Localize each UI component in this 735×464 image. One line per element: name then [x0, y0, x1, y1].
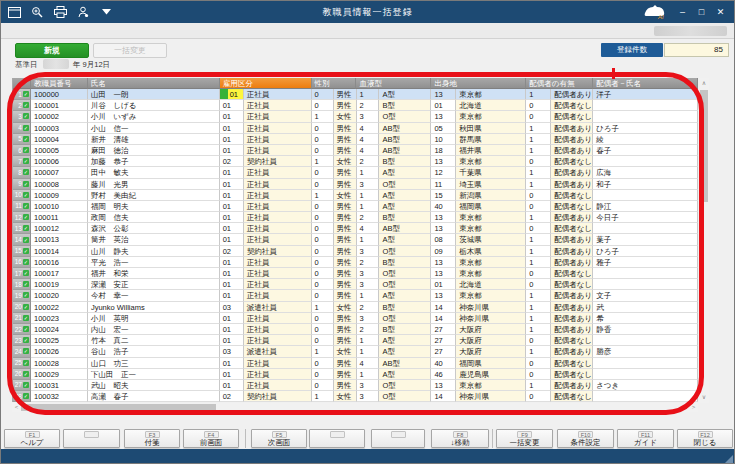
table-row[interactable]: 25✓100028山口 功三01正社員0男性4AB型40福岡県0配偶者なし [13, 358, 698, 369]
new-button[interactable]: 新規 [15, 43, 89, 58]
cell-emp_c[interactable]: 01 [220, 369, 244, 380]
cell-sex[interactable]: 男性 [334, 167, 357, 178]
cell-name[interactable]: 内山 宏一 [88, 324, 220, 335]
cell-emp[interactable]: 正社員 [244, 268, 312, 279]
cell-sp[interactable]: 配偶者なし [551, 279, 593, 290]
cell-blood[interactable]: O型 [379, 279, 431, 290]
cell-birth_c[interactable]: 10 [431, 134, 456, 145]
cell-name[interactable]: 田中 敏夫 [88, 167, 220, 178]
cell-blood_c[interactable]: 3 [357, 380, 380, 391]
cell-sex_c[interactable]: 0 [312, 89, 334, 100]
cell-blood[interactable]: B型 [379, 302, 431, 313]
cell-blood[interactable]: A型 [379, 190, 431, 201]
cell-birth_c[interactable]: 27 [431, 335, 456, 346]
table-row[interactable]: 21✓100023小川 英明01正社員0男性3O型14神奈川県1配偶者あり希 [13, 313, 698, 324]
cell-num[interactable]: 100014 [31, 246, 88, 257]
cell-sp[interactable]: 配偶者あり [551, 313, 593, 324]
cell-num[interactable]: 100012 [31, 223, 88, 234]
cell-birth[interactable]: 東京都 [456, 257, 526, 268]
cell-emp[interactable]: 正社員 [244, 167, 312, 178]
cell-blood[interactable]: A型 [379, 201, 431, 212]
cell-birth[interactable]: 北海道 [456, 279, 526, 290]
cell-sp_c[interactable]: 1 [526, 145, 551, 156]
cell-emp[interactable]: 正社員 [244, 234, 312, 245]
scroll-up-icon[interactable]: ∧ [699, 78, 709, 89]
cell-birth_c[interactable]: 14 [431, 391, 456, 402]
cell-blood[interactable]: O型 [379, 111, 431, 122]
row-header[interactable]: 27✓ [13, 380, 31, 391]
cell-sex_c[interactable]: 0 [312, 212, 334, 223]
cell-sp_name[interactable]: 文子 [593, 290, 698, 301]
cell-emp_c[interactable]: 01 [220, 100, 244, 111]
cell-emp_c[interactable]: 01 [220, 145, 244, 156]
cell-sex[interactable]: 女性 [334, 346, 357, 357]
table-row[interactable]: 12✓100011政岡 信夫01正社員0男性2B型13東京都1配偶者あり今日子 [13, 212, 698, 223]
table-row[interactable]: 14✓100013筒井 英治01正社員0男性1A型08茨城県1配偶者あり葉子 [13, 234, 698, 245]
cell-emp[interactable]: 正社員 [244, 111, 312, 122]
cell-sex_c[interactable]: 0 [312, 380, 334, 391]
cell-emp_c[interactable]: 01 [220, 268, 244, 279]
cell-sex_c[interactable]: 0 [312, 234, 334, 245]
cell-sex_c[interactable]: 0 [312, 123, 334, 134]
cell-blood_c[interactable]: 1 [357, 190, 380, 201]
row-header[interactable]: 2✓ [13, 100, 31, 111]
cell-num[interactable]: 100017 [31, 268, 88, 279]
cell-num[interactable]: 100024 [31, 324, 88, 335]
cell-blood_c[interactable]: 3 [357, 391, 380, 402]
cell-sp_c[interactable]: 0 [526, 190, 551, 201]
cell-emp_c[interactable]: 01 [220, 190, 244, 201]
row-header[interactable]: 13✓ [13, 223, 31, 234]
fkey-button-f5[interactable]: F5次画面 [251, 429, 307, 448]
table-row[interactable]: 26✓100029下山田 正一01正社員0男性1A型46鹿児島県0配偶者なし [13, 369, 698, 380]
cell-blood[interactable]: A型 [379, 346, 431, 357]
cell-emp_c[interactable]: 01 [220, 380, 244, 391]
cell-name[interactable]: 平光 浩一 [88, 257, 220, 268]
cell-sex[interactable]: 女性 [334, 111, 357, 122]
cell-sex[interactable]: 女性 [334, 156, 357, 167]
cell-emp[interactable]: 正社員 [244, 358, 312, 369]
cell-sex_c[interactable]: 0 [312, 100, 334, 111]
cell-name[interactable]: 谷山 浩子 [88, 346, 220, 357]
cell-name[interactable]: 山川 静夫 [88, 246, 220, 257]
table-row[interactable]: 5✓100004新井 清雄01正社員0男性4AB型10群馬県1配偶者あり綾 [13, 134, 698, 145]
row-header[interactable]: 19✓ [13, 290, 31, 301]
cell-num[interactable]: 100020 [31, 290, 88, 301]
cell-sex_c[interactable]: 0 [312, 223, 334, 234]
cell-birth_c[interactable]: 13 [431, 268, 456, 279]
cell-num[interactable]: 100005 [31, 145, 88, 156]
cell-blood_c[interactable]: 4 [357, 134, 380, 145]
cell-blood_c[interactable]: 4 [357, 358, 380, 369]
cell-sp[interactable]: 配偶者あり [551, 346, 593, 357]
cell-birth_c[interactable]: 13 [431, 156, 456, 167]
cell-sex[interactable]: 男性 [334, 324, 357, 335]
vertical-scroll-thumb[interactable] [700, 90, 708, 202]
horizontal-scrollbar[interactable]: < > [12, 403, 698, 412]
cell-emp_c[interactable]: 02 [220, 391, 244, 402]
cell-birth[interactable]: 東京都 [456, 290, 526, 301]
cell-birth[interactable]: 福岡県 [456, 201, 526, 212]
cell-birth_c[interactable]: 14 [431, 302, 456, 313]
cell-blood_c[interactable]: 1 [357, 201, 380, 212]
cell-sp_name[interactable] [593, 156, 698, 167]
cell-birth_c[interactable]: 13 [431, 223, 456, 234]
cell-birth[interactable]: 新潟県 [456, 190, 526, 201]
cell-sex_c[interactable]: 0 [312, 201, 334, 212]
table-row[interactable]: 20✓100022Jyunko Williams03派遣社員1女性2B型14神奈… [13, 302, 698, 313]
cell-sp_name[interactable]: 和子 [593, 179, 698, 190]
cell-sp_c[interactable]: 0 [526, 391, 551, 402]
row-header[interactable]: 20✓ [13, 302, 31, 313]
cell-sex[interactable]: 男性 [334, 290, 357, 301]
cell-sp[interactable]: 配偶者あり [551, 290, 593, 301]
cell-emp_c[interactable]: 01 [220, 179, 244, 190]
cell-sp_name[interactable] [593, 100, 698, 111]
cell-sp_c[interactable]: 0 [526, 156, 551, 167]
cell-sex_c[interactable]: 0 [312, 167, 334, 178]
cell-name[interactable]: 川谷 しげる [88, 100, 220, 111]
cell-name[interactable]: 筒井 英治 [88, 234, 220, 245]
row-header[interactable]: 12✓ [13, 212, 31, 223]
cell-birth_c[interactable]: 13 [431, 290, 456, 301]
cell-birth_c[interactable]: 15 [431, 190, 456, 201]
row-header[interactable]: 28✓ [13, 391, 31, 402]
cell-blood_c[interactable]: 1 [357, 335, 380, 346]
cell-emp[interactable]: 正社員 [244, 257, 312, 268]
